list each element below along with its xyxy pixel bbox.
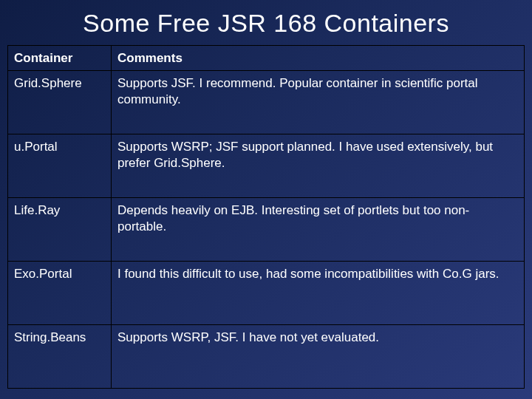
table-row: String.Beans Supports WSRP, JSF. I have … [8, 325, 525, 389]
cell-container: Exo.Portal [8, 262, 112, 325]
header-comments: Comments [112, 46, 525, 71]
cell-comment: Depends heavily on EJB. Interesting set … [112, 198, 525, 262]
cell-comment: Supports WSRP, JSF. I have not yet evalu… [112, 325, 525, 389]
cell-container: Grid.Sphere [8, 71, 112, 134]
cell-container: u.Portal [8, 134, 112, 198]
table-row: Grid.Sphere Supports JSF. I recommend. P… [8, 71, 525, 134]
slide: Some Free JSR 168 Containers Container C… [0, 0, 532, 399]
cell-comment: Supports WSRP; JSF support planned. I ha… [112, 134, 525, 198]
slide-title: Some Free JSR 168 Containers [7, 9, 525, 38]
containers-table: Container Comments Grid.Sphere Supports … [7, 45, 525, 389]
table-header-row: Container Comments [8, 46, 525, 71]
cell-container: Life.Ray [8, 198, 112, 262]
table-row: u.Portal Supports WSRP; JSF support plan… [8, 134, 525, 198]
header-container: Container [8, 46, 112, 71]
cell-container: String.Beans [8, 325, 112, 389]
cell-comment: Supports JSF. I recommend. Popular conta… [112, 71, 525, 134]
table-row: Exo.Portal I found this difficult to use… [8, 262, 525, 325]
cell-comment: I found this difficult to use, had some … [112, 262, 525, 325]
table-row: Life.Ray Depends heavily on EJB. Interes… [8, 198, 525, 262]
